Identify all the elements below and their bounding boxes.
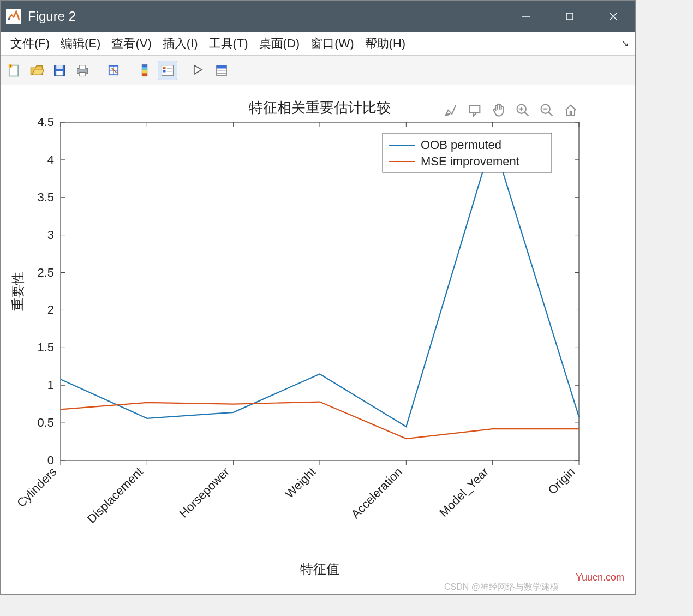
svg-rect-12 [79,72,86,76]
toolbar-separator [98,61,98,80]
line-chart: 特征相关重要估计比较00.511.522.533.544.5CylindersD… [1,85,634,593]
edit-plot-button[interactable] [189,61,208,80]
y-tick-label: 1 [47,378,54,392]
y-tick-label: 0 [47,453,54,467]
datatips-icon[interactable] [465,100,485,120]
svg-rect-8 [56,65,63,69]
menu-insert[interactable]: 插入(I) [157,33,204,54]
svg-rect-28 [470,106,480,113]
minimize-button[interactable] [504,1,548,32]
save-button[interactable] [50,61,69,80]
svg-rect-11 [79,65,86,69]
pan-icon[interactable] [489,100,509,120]
menu-desktop[interactable]: 桌面(D) [254,33,306,54]
maximize-button[interactable] [548,1,592,32]
y-tick-label: 3 [47,228,54,242]
titlebar: Figure 2 [1,1,635,32]
svg-rect-1 [566,13,573,20]
y-tick-label: 2.5 [37,266,54,279]
menu-help[interactable]: 帮助(H) [360,33,411,54]
svg-rect-15 [142,64,147,67]
menu-edit[interactable]: 编辑(E) [55,33,106,54]
menu-overflow-icon[interactable]: ↘ [622,38,629,49]
svg-rect-25 [217,65,227,68]
menu-window[interactable]: 窗口(W) [305,33,359,54]
menubar: 文件(F) 编辑(E) 查看(V) 插入(I) 工具(T) 桌面(D) 窗口(W… [1,32,635,56]
x-tick-label: Acceleration [349,465,405,521]
svg-rect-18 [142,73,147,76]
toolbar-separator [129,61,129,80]
y-tick-label: 3.5 [37,190,54,204]
y-tick-label: 1.5 [37,340,54,354]
colorbar-button[interactable] [135,61,154,80]
close-button[interactable] [592,1,635,32]
y-tick-label: 2 [47,303,54,316]
brush-icon[interactable] [441,100,461,120]
zoom-in-icon[interactable] [513,100,533,120]
svg-rect-16 [142,67,147,70]
property-inspector-button[interactable] [212,61,231,80]
zoom-out-icon[interactable] [537,100,557,120]
svg-rect-20 [163,67,166,69]
axes-box [61,122,579,460]
svg-rect-17 [142,70,147,73]
svg-line-30 [525,112,529,116]
y-tick-label: 0.5 [37,416,54,429]
y-tick-label: 4.5 [37,115,54,129]
new-figure-button[interactable] [4,61,23,80]
chart-area: 特征相关重要估计比较00.511.522.533.544.5CylindersD… [1,85,635,594]
watermark-csdn: CSDN @神经网络与数学建模 [444,582,559,593]
print-button[interactable] [73,61,92,80]
axes-toolbar [441,100,581,120]
svg-line-34 [549,112,553,116]
menu-file[interactable]: 文件(F) [5,33,55,54]
svg-point-6 [10,65,11,67]
x-axis-label: 特征值 [300,561,339,576]
legend-button[interactable] [158,61,177,80]
menu-tools[interactable]: 工具(T) [204,33,254,54]
legend-label: OOB permuted [421,138,501,152]
window-title: Figure 2 [28,9,76,24]
x-tick-label: Cylinders [14,465,59,510]
svg-rect-9 [56,71,63,75]
x-tick-label: Weight [283,465,319,501]
x-tick-label: Displacement [85,465,146,526]
y-tick-label: 4 [47,153,54,166]
menu-view[interactable]: 查看(V) [106,33,157,54]
watermark-site: Yuucn.com [576,572,624,583]
x-tick-label: Horsepower [177,465,232,521]
toolbar [1,56,635,85]
figure-window: Figure 2 文件(F) 编辑(E) 查看(V) 插入(I) 工具(T) 桌… [0,0,636,595]
open-button[interactable] [27,61,46,80]
link-axes-button[interactable] [104,61,123,80]
legend-label: MSE improvement [421,154,519,168]
x-tick-label: Model_Year [437,465,491,519]
x-tick-label: Origin [545,465,577,497]
home-icon[interactable] [561,100,581,120]
matlab-icon [6,9,21,24]
svg-rect-21 [163,70,166,73]
toolbar-separator [183,61,183,80]
y-axis-label: 重要性 [10,272,25,311]
chart-title: 特征相关重要估计比较 [249,99,391,116]
